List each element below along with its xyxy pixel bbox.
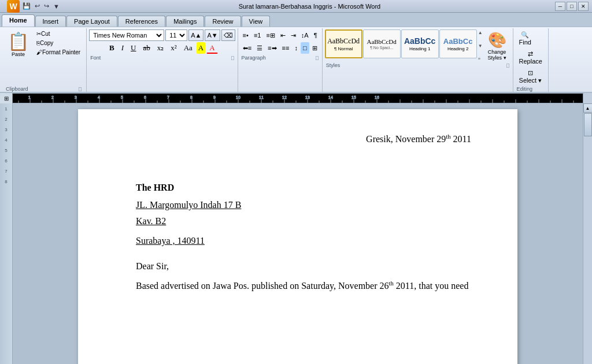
style-heading2[interactable]: AaBbCc Heading 2	[439, 29, 477, 58]
svg-text:7: 7	[167, 95, 169, 99]
show-hide-button[interactable]: ¶	[312, 29, 320, 41]
change-styles-icon: 🎨	[488, 31, 506, 49]
align-left-button[interactable]: ⬅≡	[240, 42, 254, 54]
font-size-decrease-button[interactable]: A▼	[205, 29, 220, 41]
window-controls: ─ □ ✕	[555, 2, 589, 11]
font-expand-button[interactable]: ⎕	[231, 55, 234, 61]
svg-text:14: 14	[328, 95, 333, 99]
styles-more-button[interactable]: ≡	[478, 56, 483, 62]
font-label: Font	[90, 55, 101, 61]
close-button[interactable]: ✕	[578, 2, 589, 11]
greeting-line: Dear Sir,	[136, 259, 471, 273]
increase-indent-button[interactable]: ⇥	[288, 29, 298, 41]
date-sup: th	[446, 133, 450, 140]
undo-quick-btn[interactable]: ↩	[34, 2, 41, 10]
paragraph-label: Paragraph	[242, 55, 266, 61]
format-painter-label: Format Painter	[42, 49, 80, 55]
editing-group-label-row: Editing	[516, 86, 546, 92]
align-center-button[interactable]: ☰	[254, 42, 265, 54]
format-painter-button[interactable]: 🖌 Format Painter	[34, 48, 83, 57]
styles-expand-button[interactable]: ⎕	[506, 63, 509, 68]
styles-scroll-down[interactable]: ▼	[478, 43, 483, 49]
sort-button[interactable]: ↕A	[299, 29, 311, 41]
tab-page-layout[interactable]: Page Layout	[66, 16, 117, 27]
subscript-button[interactable]: x₂	[154, 42, 167, 54]
styles-scroll[interactable]: ▲ ▼ ≡	[478, 29, 483, 62]
ruler-icon[interactable]: ⊞	[0, 93, 13, 103]
city-text: Surabaya , 140911	[136, 236, 205, 246]
customize-quick-btn[interactable]: ▼	[52, 2, 61, 10]
clipboard-label: Clipboard	[6, 86, 28, 92]
ruler-mark: 5	[0, 145, 12, 155]
italic-button[interactable]: I	[119, 42, 127, 54]
tab-review[interactable]: Review	[205, 16, 240, 27]
minimize-button[interactable]: ─	[555, 2, 565, 11]
address-line-2: Kav. B2	[136, 214, 471, 228]
shading-button[interactable]: □	[301, 42, 309, 54]
ruler-mark: 4	[0, 135, 12, 145]
select-button[interactable]: ⊡ Select ▾	[516, 68, 546, 86]
svg-text:5: 5	[121, 95, 123, 99]
cut-label: Cut	[41, 31, 50, 37]
replace-button[interactable]: ⇄ Replace	[516, 49, 546, 66]
restore-button[interactable]: □	[567, 2, 577, 11]
tab-view[interactable]: View	[242, 16, 271, 27]
bullets-button[interactable]: ≡•	[240, 29, 251, 41]
office-logo[interactable]: W	[7, 0, 20, 13]
style-heading1[interactable]: AaBbCc Heading 1	[401, 29, 439, 58]
tab-mailings[interactable]: Mailings	[166, 16, 204, 27]
find-button[interactable]: 🔍 Find	[516, 29, 535, 47]
font-name-select[interactable]: Times New Roman	[89, 29, 164, 41]
page-area[interactable]: Gresik, November 29th 2011 The HRD JL. M…	[13, 103, 583, 364]
border-button[interactable]: ⊞	[310, 42, 320, 54]
align-right-button[interactable]: ≡➡	[265, 42, 279, 54]
tab-references[interactable]: References	[118, 16, 165, 27]
font-size-select[interactable]: 11	[165, 29, 187, 41]
redo-quick-btn[interactable]: ↪	[43, 2, 50, 10]
change-styles-button[interactable]: 🎨 ChangeStyles ▾	[484, 29, 510, 62]
decrease-indent-button[interactable]: ⇤	[278, 29, 288, 41]
scroll-track[interactable]	[583, 113, 592, 364]
style-heading1-label: Heading 1	[409, 46, 430, 51]
case-button[interactable]: Aa	[181, 42, 195, 54]
superscript-button[interactable]: x²	[168, 42, 179, 54]
clear-formatting-button[interactable]: ⌫	[221, 29, 235, 41]
style-heading1-preview: AaBbCc	[404, 36, 435, 46]
numbered-button[interactable]: ≡1	[251, 29, 264, 41]
styles-scroll-up[interactable]: ▲	[478, 30, 483, 36]
svg-text:9: 9	[213, 95, 216, 99]
para-row-2: ⬅≡ ☰ ≡➡ ≡≡ ↕ □ ⊞	[240, 42, 320, 54]
highlight-button[interactable]: A	[197, 42, 205, 54]
strikethrough-button[interactable]: ab	[140, 42, 153, 54]
font-color-button[interactable]: A	[206, 42, 217, 54]
style-normal-preview: AaBbCcDd	[327, 37, 360, 46]
cut-icon: ✂	[36, 31, 41, 37]
paragraph-expand-button[interactable]: ⎕	[316, 55, 319, 61]
editing-label: Editing	[517, 86, 533, 92]
line-spacing-button[interactable]: ↕	[292, 42, 300, 54]
copy-button[interactable]: ⎘ Copy	[34, 39, 83, 47]
multilevel-button[interactable]: ≡⊞	[264, 29, 277, 41]
cut-button[interactable]: ✂ Cut	[34, 29, 83, 38]
paste-button[interactable]: 📋 Paste	[5, 29, 32, 59]
scroll-up-button[interactable]: ▲	[583, 103, 593, 113]
font-group: Times New Roman 11 A▲ A▼ ⌫ B I U ab x₂ x…	[87, 28, 238, 92]
justify-button[interactable]: ≡≡	[280, 42, 292, 54]
clipboard-expand-button[interactable]: ⎕	[79, 87, 82, 92]
font-size-increase-button[interactable]: A▲	[188, 29, 204, 41]
quick-access-toolbar: W 💾 ↩ ↪ ▼	[3, 0, 64, 13]
save-quick-btn[interactable]: 💾	[21, 2, 32, 10]
clipboard-group-content: 📋 Paste ✂ Cut ⎘ Copy 🖌 Format Painter	[5, 29, 83, 86]
copy-label: Copy	[40, 40, 53, 46]
ribbon: Home Insert Page Layout References Maili…	[0, 13, 592, 93]
scroll-thumb[interactable]	[584, 113, 592, 136]
style-no-spacing[interactable]: AaBbCcDd ¶ No Spaci...	[363, 29, 401, 58]
font-group-label-row: Font ⎕	[89, 55, 235, 61]
bold-button[interactable]: B	[106, 42, 117, 54]
document-page[interactable]: Gresik, November 29th 2011 The HRD JL. M…	[78, 109, 517, 364]
tab-home[interactable]: Home	[2, 14, 35, 27]
ruler-mark: 7	[0, 166, 12, 176]
style-normal[interactable]: AaBbCcDd ¶ Normal	[325, 29, 362, 58]
underline-button[interactable]: U	[128, 42, 139, 54]
tab-insert[interactable]: Insert	[35, 16, 66, 27]
